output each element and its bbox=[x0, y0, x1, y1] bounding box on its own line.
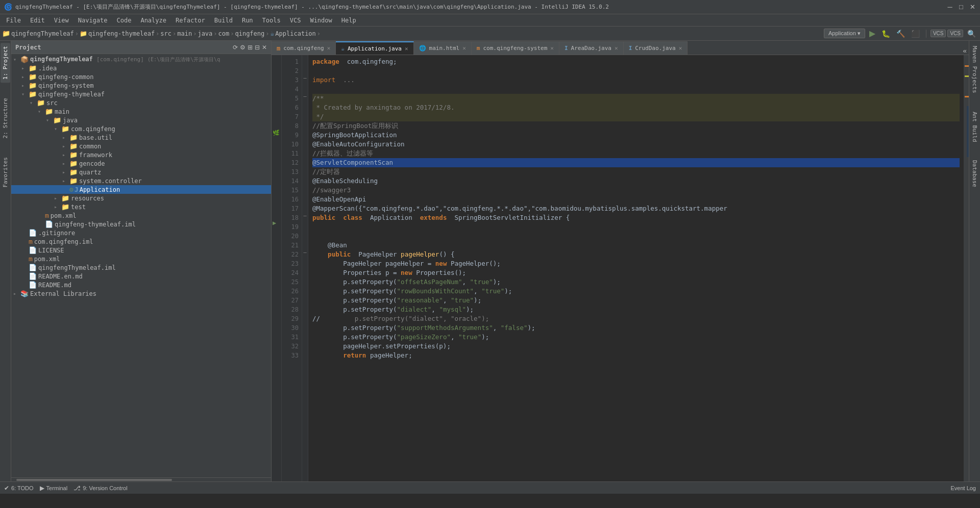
fold-3[interactable]: ─ bbox=[302, 73, 308, 83]
project-panel-collapse-btn[interactable]: ⊟ bbox=[255, 44, 260, 51]
tab-close-com-qingfeng[interactable]: ✕ bbox=[327, 45, 331, 52]
tree-item-test[interactable]: ▸ 📁 test bbox=[11, 202, 271, 211]
tab-close-area-dao[interactable]: ✕ bbox=[615, 45, 618, 52]
vcs-update-button[interactable]: VCS bbox=[930, 30, 946, 37]
app-selector-button[interactable]: Application ▾ bbox=[824, 29, 865, 38]
tree-item-readme[interactable]: 📄 README.md bbox=[11, 281, 271, 289]
maven-projects-tab[interactable]: Maven Projects bbox=[970, 43, 979, 96]
tree-item-gencode[interactable]: ▸ 📁 gencode bbox=[11, 159, 271, 168]
tab-close-main-html[interactable]: ✕ bbox=[462, 45, 466, 52]
tree-item-main[interactable]: ▾ 📁 main bbox=[11, 107, 271, 116]
maximize-button[interactable]: □ bbox=[958, 4, 965, 11]
tab-crud-dao[interactable]: I CrudDao.java ✕ bbox=[624, 41, 688, 55]
event-log-button[interactable]: Event Log bbox=[950, 485, 976, 491]
menu-item-code[interactable]: Code bbox=[113, 16, 136, 25]
tree-item-common2[interactable]: ▸ 📁 common bbox=[11, 142, 271, 150]
tree-item-root[interactable]: ▾ 📦 qingfengThymeleaf [com.qingfeng] (E:… bbox=[11, 55, 271, 64]
tab-close-crud-dao[interactable]: ✕ bbox=[679, 45, 682, 52]
tree-item-gitignore[interactable]: 📄 .gitignore bbox=[11, 228, 271, 237]
tree-item-common[interactable]: ▸ 📁 qingfeng-common bbox=[11, 72, 271, 81]
tree-item-pom-thymeleaf[interactable]: m pom.xml bbox=[11, 211, 271, 220]
sidebar-tab-structure[interactable]: 2: Structure bbox=[1, 95, 10, 141]
tree-item-iml-thymeleaf[interactable]: 📄 qingfeng-thymeleaf.iml bbox=[11, 220, 271, 228]
debug-button[interactable]: 🐛 bbox=[879, 29, 892, 39]
tree-item-thymeleaf[interactable]: ▾ 📁 qingfeng-thymeleaf bbox=[11, 90, 271, 98]
fold-5[interactable]: ─ bbox=[302, 92, 308, 101]
project-panel-sync-btn[interactable]: ⟳ bbox=[233, 44, 238, 51]
tab-area-dao[interactable]: I AreaDao.java ✕ bbox=[559, 41, 624, 55]
menu-item-file[interactable]: File bbox=[2, 16, 25, 25]
bc-application[interactable]: Application bbox=[275, 30, 315, 37]
project-scrollbar[interactable] bbox=[11, 477, 271, 481]
tree-item-resources[interactable]: ▸ 📁 resources bbox=[11, 194, 271, 202]
gutter-run-icon[interactable]: ▶ bbox=[273, 219, 276, 226]
menu-item-run[interactable]: Run bbox=[238, 16, 257, 25]
menu-item-vcs[interactable]: VCS bbox=[286, 16, 305, 25]
code-line-33: return pageHelper; bbox=[312, 351, 960, 360]
bc-project[interactable]: qingfengThymeleaf bbox=[11, 30, 74, 37]
bc-src[interactable]: src bbox=[160, 30, 172, 37]
menu-item-window[interactable]: Window bbox=[306, 16, 336, 25]
run-button[interactable]: ▶ bbox=[867, 28, 877, 39]
menu-item-analyze[interactable]: Analyze bbox=[136, 16, 170, 25]
menu-item-build[interactable]: Build bbox=[210, 16, 237, 25]
tree-item-application[interactable]: ⚙ J Application bbox=[11, 185, 271, 194]
tree-item-com-qingfeng[interactable]: ▾ 📁 com.qingfeng bbox=[11, 124, 271, 133]
tree-item-readme-en[interactable]: 📄 README.en.md bbox=[11, 272, 271, 281]
ln-15: 15 bbox=[282, 186, 299, 195]
code-editor[interactable]: package com.qingfeng; import ... /** * C… bbox=[308, 55, 964, 481]
tree-item-quartz[interactable]: ▸ 📁 quartz bbox=[11, 168, 271, 176]
project-panel-expand-btn[interactable]: ⊞ bbox=[248, 44, 253, 51]
menu-item-help[interactable]: Help bbox=[337, 16, 360, 25]
project-panel-settings-btn[interactable]: ⚙ bbox=[240, 44, 246, 51]
tree-item-base-util[interactable]: ▸ 📁 base.util bbox=[11, 133, 271, 142]
ant-build-tab[interactable]: Ant Build bbox=[970, 109, 979, 145]
tab-collapse-button[interactable]: « bbox=[963, 47, 967, 55]
ln-1: 1 bbox=[282, 57, 299, 66]
menu-item-view[interactable]: View bbox=[50, 16, 73, 25]
close-button[interactable]: ✕ bbox=[969, 4, 976, 11]
tree-item-system[interactable]: ▸ 📁 qingfeng-system bbox=[11, 81, 271, 90]
minimize-button[interactable]: ─ bbox=[946, 4, 953, 11]
menu-item-navigate[interactable]: Navigate bbox=[74, 16, 112, 25]
tab-com-qingfeng[interactable]: m com.qingfeng ✕ bbox=[272, 41, 336, 55]
menu-item-refactor[interactable]: Refactor bbox=[172, 16, 209, 25]
tab-main-html[interactable]: 🌐 main.html ✕ bbox=[414, 41, 472, 55]
tree-item-java[interactable]: ▾ 📁 java bbox=[11, 116, 271, 124]
tab-close-com-system[interactable]: ✕ bbox=[550, 45, 554, 52]
tree-item-pom-root[interactable]: m pom.xml bbox=[11, 255, 271, 263]
tab-close-application[interactable]: ✕ bbox=[405, 45, 408, 52]
stop-button[interactable]: ⬛ bbox=[909, 29, 922, 39]
tree-item-ext-libs[interactable]: ▸ 📚 External Libraries bbox=[11, 289, 271, 298]
bc-qingfeng[interactable]: qingfeng bbox=[235, 30, 264, 37]
fold-22[interactable]: ─ bbox=[302, 248, 308, 257]
tree-item-src[interactable]: ▾ 📁 src bbox=[11, 98, 271, 107]
search-button[interactable]: 🔍 bbox=[965, 29, 978, 39]
tree-item-system-ctrl[interactable]: ▸ 📁 system.controller bbox=[11, 176, 271, 185]
tree-item-license[interactable]: 📄 LICENSE bbox=[11, 246, 271, 255]
tree-item-comiml[interactable]: m com.qingfeng.iml bbox=[11, 237, 271, 246]
project-panel-hide-btn[interactable]: ✕ bbox=[262, 44, 267, 51]
tab-com-system[interactable]: m com.qingfeng-system ✕ bbox=[472, 41, 559, 55]
tree-item-iml-root[interactable]: 📄 qingfengThymeleaf.iml bbox=[11, 263, 271, 272]
bc-main[interactable]: main bbox=[177, 30, 192, 37]
todo-button[interactable]: ✔ 6: TODO bbox=[4, 485, 34, 492]
menu-item-edit[interactable]: Edit bbox=[26, 16, 49, 25]
sidebar-tab-favorites[interactable]: Favorites bbox=[1, 154, 10, 191]
build-button[interactable]: 🔨 bbox=[894, 29, 907, 39]
fold-18[interactable]: ─ bbox=[302, 211, 308, 220]
vcs-commit-button[interactable]: VCS bbox=[947, 30, 963, 37]
terminal-button[interactable]: ▶ Terminal bbox=[40, 485, 68, 492]
sidebar-tab-project[interactable]: 1: Project bbox=[1, 43, 10, 83]
vcs-button[interactable]: ⎇ 9: Version Control bbox=[74, 485, 127, 492]
event-log-label: Event Log bbox=[950, 485, 976, 491]
bc-com[interactable]: com bbox=[218, 30, 230, 37]
menu-item-tools[interactable]: Tools bbox=[258, 16, 285, 25]
bc-java[interactable]: java bbox=[198, 30, 212, 37]
tree-item-idea[interactable]: ▸ 📁 .idea bbox=[11, 64, 271, 72]
tree-item-framework[interactable]: ▸ 📁 framework bbox=[11, 150, 271, 159]
tab-application-java[interactable]: ☕ Application.java ✕ bbox=[336, 41, 413, 55]
database-tab[interactable]: Database bbox=[970, 157, 979, 190]
ln-23: 23 bbox=[282, 259, 299, 268]
bc-module[interactable]: qingfeng-thymeleaf bbox=[88, 30, 155, 37]
